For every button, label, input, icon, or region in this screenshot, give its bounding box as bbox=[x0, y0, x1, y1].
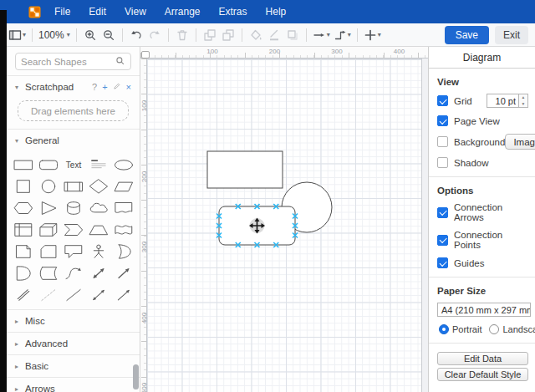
shape-textbox[interactable] bbox=[86, 154, 111, 176]
shape-internal-storage[interactable] bbox=[11, 219, 36, 241]
shape-rectangle[interactable] bbox=[11, 154, 36, 176]
shape-step[interactable] bbox=[61, 219, 86, 241]
waypoints-button[interactable]: ▾ bbox=[332, 26, 353, 44]
section-misc-label: Misc bbox=[25, 316, 45, 326]
shape-square[interactable] bbox=[11, 176, 36, 197]
save-button[interactable]: Save bbox=[445, 26, 489, 44]
ruler-origin-button[interactable] bbox=[141, 51, 150, 59]
grid-size-stepper[interactable]: ▴ ▾ bbox=[518, 94, 528, 108]
toolbar-separator bbox=[306, 28, 307, 42]
shape-line[interactable] bbox=[61, 284, 86, 306]
connection-button[interactable]: ▾ bbox=[311, 26, 332, 44]
format-panel-button[interactable]: ▾ bbox=[7, 26, 28, 44]
shadow-checkbox[interactable] bbox=[437, 157, 448, 168]
drawing-page[interactable] bbox=[147, 59, 422, 392]
clear-default-style-button[interactable]: Clear Default Style bbox=[437, 368, 528, 381]
connection-points-checkbox[interactable] bbox=[437, 235, 448, 246]
shape-process[interactable] bbox=[61, 176, 86, 197]
menu-item-file[interactable]: File bbox=[54, 6, 70, 18]
shape-callout[interactable] bbox=[61, 241, 86, 262]
scrollbar[interactable] bbox=[132, 47, 139, 392]
zoom-out-icon bbox=[102, 28, 115, 42]
canvas-shape-rectangle[interactable] bbox=[207, 151, 283, 188]
shape-cube[interactable] bbox=[36, 219, 61, 241]
menu-item-view[interactable]: View bbox=[125, 6, 146, 18]
search-input[interactable] bbox=[21, 57, 115, 67]
chevron-right-icon: ▸ bbox=[15, 318, 21, 325]
ruler-label: 500 bbox=[140, 380, 148, 392]
zoom-level-button[interactable]: 100%▾ bbox=[37, 26, 72, 44]
grid-size-input[interactable] bbox=[487, 94, 518, 108]
shape-note[interactable] bbox=[11, 241, 36, 262]
shape-triangle[interactable] bbox=[36, 197, 61, 219]
stepper-down-icon[interactable]: ▾ bbox=[519, 101, 527, 108]
grid-checkbox[interactable] bbox=[437, 95, 448, 106]
shape-bidirectional-arrow-icon bbox=[88, 264, 110, 283]
edit-data-button[interactable]: Edit Data bbox=[437, 352, 528, 365]
menu-item-edit[interactable]: Edit bbox=[89, 6, 106, 18]
stepper-up-icon[interactable]: ▴ bbox=[519, 94, 527, 101]
canvas-area[interactable]: 100200300400 100200300400500 bbox=[140, 47, 428, 392]
paper-size-select[interactable]: A4 (210 mm x 297 mm) bbox=[437, 303, 531, 317]
shape-hexagon[interactable] bbox=[11, 197, 36, 219]
section-arrows[interactable]: ▸ Arrows bbox=[7, 377, 140, 392]
shape-and[interactable] bbox=[11, 262, 36, 284]
shape-diamond[interactable] bbox=[86, 176, 111, 197]
section-general[interactable]: ▾ General bbox=[7, 130, 140, 151]
insert-button[interactable]: ▾ bbox=[362, 26, 383, 44]
scratchpad-close-icon[interactable]: × bbox=[126, 83, 131, 92]
chevron-down-icon: ▾ bbox=[348, 32, 351, 38]
shape-triangle-icon bbox=[38, 199, 59, 217]
shape-cloud[interactable] bbox=[86, 197, 111, 219]
waypoints-icon bbox=[334, 28, 347, 42]
section-misc[interactable]: ▸ Misc bbox=[7, 309, 140, 332]
page-view-checkbox[interactable] bbox=[437, 115, 448, 126]
section-basic[interactable]: ▸ Basic bbox=[7, 354, 140, 377]
shape-card[interactable] bbox=[36, 241, 61, 262]
shape-link[interactable] bbox=[11, 284, 36, 306]
exit-button[interactable]: Exit bbox=[495, 26, 528, 44]
shape-bidirectional-connector[interactable] bbox=[86, 284, 111, 306]
chevron-down-icon: ▾ bbox=[15, 137, 21, 145]
scratchpad-dropzone[interactable]: Drag elements here bbox=[18, 100, 129, 121]
undo-icon bbox=[130, 28, 143, 42]
shape-trapezoid[interactable] bbox=[86, 219, 111, 241]
image-button[interactable]: Image bbox=[505, 134, 535, 150]
scratchpad-help-icon[interactable]: ? bbox=[92, 83, 97, 92]
background-checkbox[interactable] bbox=[437, 136, 448, 147]
menu-item-arrange[interactable]: Arrange bbox=[165, 6, 201, 18]
connection-arrows-label: Connection Arrows bbox=[454, 202, 528, 222]
menubar: FileEditViewArrangeExtrasHelp bbox=[0, 0, 535, 23]
scratchpad-edit-icon[interactable] bbox=[113, 82, 121, 92]
format-panel-body: View Grid ▴ ▾ Page View Backgr bbox=[429, 69, 535, 381]
search-shapes-box[interactable] bbox=[15, 53, 131, 70]
shape-curve[interactable] bbox=[61, 262, 86, 284]
section-advanced[interactable]: ▸ Advanced bbox=[7, 332, 140, 354]
scratchpad-add-icon[interactable]: + bbox=[102, 83, 107, 92]
line-color-icon bbox=[268, 28, 281, 42]
tab-diagram[interactable]: Diagram bbox=[429, 47, 535, 69]
shape-data-storage[interactable] bbox=[36, 262, 61, 284]
menu-item-extras[interactable]: Extras bbox=[219, 6, 247, 18]
shape-callout-icon bbox=[63, 242, 84, 261]
to-back-icon bbox=[222, 28, 235, 42]
scratchpad-header[interactable]: ▾ Scratchpad ? + × bbox=[7, 76, 140, 98]
connection-arrows-checkbox[interactable] bbox=[437, 207, 448, 218]
undo-button[interactable] bbox=[127, 26, 145, 44]
menu-item-help[interactable]: Help bbox=[266, 6, 287, 18]
shape-bidirectional-arrow[interactable] bbox=[86, 262, 111, 284]
shape-text[interactable]: Text bbox=[61, 154, 86, 176]
scrollbar-thumb[interactable] bbox=[133, 364, 139, 389]
shape-rounded-rectangle[interactable] bbox=[36, 154, 61, 176]
portrait-radio[interactable] bbox=[439, 324, 449, 334]
guides-checkbox[interactable] bbox=[437, 257, 448, 268]
shape-circle[interactable] bbox=[36, 176, 61, 197]
shape-actor[interactable] bbox=[86, 241, 111, 262]
ruler-label: 300 bbox=[140, 239, 148, 256]
zoom-out-button[interactable] bbox=[99, 26, 118, 44]
landscape-radio[interactable] bbox=[489, 324, 499, 334]
shape-cylinder[interactable] bbox=[61, 197, 86, 219]
shapes-panel: ▾ Scratchpad ? + × Drag elements here ▾ … bbox=[7, 47, 140, 392]
zoom-in-button[interactable] bbox=[81, 26, 99, 44]
shape-dashed-line[interactable] bbox=[36, 284, 61, 306]
